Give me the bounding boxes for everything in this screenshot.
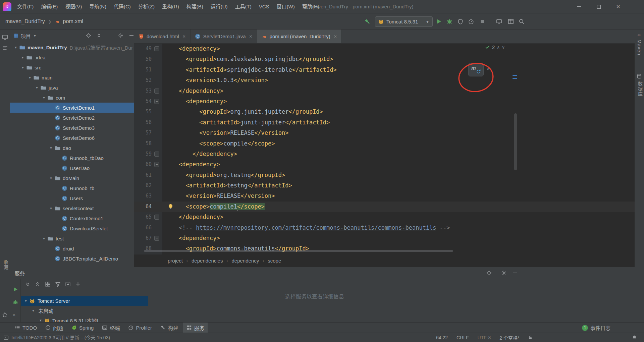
code-line[interactable]: 59− </dependency>: [134, 149, 635, 159]
hide-panel-button[interactable]: [129, 33, 134, 38]
code-line[interactable]: 56 <artifactId>junit-jupiter</artifactId…: [134, 117, 635, 128]
load-maven-changes-button[interactable]: m: [468, 63, 484, 76]
toolwindow-button-profiler[interactable]: Profiler: [125, 323, 155, 333]
line-number[interactable]: 56: [134, 117, 152, 128]
inspections-widget[interactable]: 2 ∧ ∨: [485, 44, 505, 50]
line-number[interactable]: 63: [134, 191, 152, 201]
chevron-down-icon[interactable]: ▾: [27, 75, 33, 80]
vertical-scrollbar[interactable]: [514, 113, 517, 170]
chevron-down-icon[interactable]: ▾: [41, 236, 47, 241]
locate-file-button[interactable]: [86, 33, 91, 38]
filter-icon[interactable]: [55, 281, 61, 287]
services-tree-row[interactable]: ▾Tomcat Server: [21, 296, 148, 306]
code-line[interactable]: 49− <dependency>: [134, 44, 635, 54]
locate-button[interactable]: [486, 270, 492, 276]
line-number[interactable]: 61: [134, 170, 152, 180]
project-tree-row[interactable]: ▾java: [10, 82, 134, 93]
line-number[interactable]: 68: [134, 243, 152, 254]
menubar-item[interactable]: 视图(V): [61, 0, 86, 13]
close-tab-icon[interactable]: ✕: [334, 34, 337, 39]
chevron-up-icon[interactable]: ∧: [497, 45, 500, 50]
editor-area[interactable]: <>download.html✕CServletDemo1.java✕mpom.…: [134, 30, 635, 267]
fold-marker-icon[interactable]: −: [154, 236, 159, 241]
line-number[interactable]: 60: [134, 159, 152, 170]
horizontal-scrollbar[interactable]: [144, 250, 453, 252]
maven-tool-button[interactable]: Maven: [637, 40, 642, 55]
group-by-icon[interactable]: [45, 281, 51, 287]
code-line[interactable]: 65− </dependency>: [134, 212, 635, 222]
collapse-all-icon[interactable]: [35, 281, 41, 287]
fold-marker-icon[interactable]: −: [154, 99, 159, 104]
chevron-down-icon[interactable]: ▾: [34, 86, 40, 90]
code-line[interactable]: 64 <scope>compile1</scope>: [134, 202, 635, 212]
event-log-button[interactable]: 1 事件日志: [582, 323, 610, 333]
more-actions-icon[interactable]: »: [13, 312, 18, 318]
layout-button[interactable]: [507, 18, 514, 25]
services-tree-row[interactable]: ▾Tomcat 8.5.31 [本地]: [21, 316, 148, 322]
line-separator[interactable]: CRLF: [457, 335, 469, 340]
line-number[interactable]: 67: [134, 233, 152, 243]
collapse-all-button[interactable]: [96, 33, 102, 38]
code-line[interactable]: 63 <version>RELEASE</version>: [134, 191, 635, 201]
project-tree-row[interactable]: CContextDemo1: [10, 213, 134, 223]
run-configuration-select[interactable]: Tomcat 8.5.31 ▼: [375, 16, 433, 27]
code-line[interactable]: 53− </dependency>: [134, 86, 635, 96]
fold-marker-icon[interactable]: −: [154, 46, 159, 51]
project-tree-row[interactable]: CUserDao: [10, 163, 134, 173]
chevron-right-icon[interactable]: ▸: [20, 55, 26, 60]
line-number[interactable]: 51: [134, 65, 152, 75]
debug-button[interactable]: [446, 18, 453, 25]
lock-icon[interactable]: [528, 335, 533, 340]
close-tab-icon[interactable]: ✕: [249, 34, 253, 39]
menubar-item[interactable]: 重构(R): [158, 0, 183, 13]
stop-button[interactable]: [479, 18, 486, 25]
status-message[interactable]: IntelliJ IDEA2020.3.3可用 // 更新... (今天 15:…: [11, 333, 110, 342]
project-tree-row[interactable]: CUsers: [10, 193, 134, 203]
code-line[interactable]: 61 <groupId>org.testng</groupId>: [134, 170, 635, 180]
code-editor[interactable]: 49− <dependency>50 <groupId>com.alexkask…: [134, 44, 635, 254]
run-button[interactable]: [435, 18, 442, 25]
menubar-item[interactable]: VCS: [255, 0, 273, 13]
line-number[interactable]: 55: [134, 107, 152, 117]
line-number[interactable]: 59: [134, 149, 152, 159]
run-service-button[interactable]: [13, 287, 18, 292]
line-number[interactable]: 65: [134, 212, 152, 222]
settings-gear-icon[interactable]: [118, 33, 123, 38]
add-service-icon[interactable]: [75, 281, 81, 287]
hide-panel-button[interactable]: [512, 270, 518, 276]
open-in-editor-icon[interactable]: [65, 281, 71, 287]
line-number[interactable]: 66: [134, 223, 152, 233]
terminal-status-icon[interactable]: [3, 335, 9, 340]
code-line[interactable]: 57 <version>RELEASE</version>: [134, 128, 635, 138]
project-tree-row[interactable]: CRunoob_tb: [10, 183, 134, 193]
menubar-item[interactable]: 构建(B): [183, 0, 207, 13]
chevron-down-icon[interactable]: ▾: [23, 299, 29, 303]
menubar-item[interactable]: 代码(C): [110, 0, 135, 13]
coverage-button[interactable]: [457, 18, 464, 25]
code-line[interactable]: 55 <groupId>org.junit.jupiter</groupId>: [134, 107, 635, 117]
project-tree-row[interactable]: ▾doMain: [10, 173, 134, 183]
project-tree-row[interactable]: Cdruid: [10, 243, 134, 253]
menubar-item[interactable]: 编辑(E): [37, 0, 61, 13]
caret-position[interactable]: 64:22: [436, 335, 448, 340]
line-number[interactable]: 54: [134, 96, 152, 107]
project-tree-row[interactable]: ▾servletcontext: [10, 203, 134, 213]
code-line[interactable]: 52 <version>1.0.3</version>: [134, 75, 635, 86]
code-line[interactable]: 68 <groupId>commons-beanutils</groupId>: [134, 243, 635, 254]
breadcrumb-item[interactable]: project: [168, 258, 183, 264]
line-number[interactable]: 52: [134, 75, 152, 86]
toolwindow-button-build[interactable]: 构建: [157, 323, 181, 333]
expand-all-icon[interactable]: [25, 281, 31, 287]
project-tree-row[interactable]: ▸.idea: [10, 52, 134, 62]
project-tree-row[interactable]: ▾maven_DuridTryD:\java后端配置\maven_Dur: [10, 42, 134, 52]
services-panel-title[interactable]: 服务: [15, 270, 25, 277]
editor-tab[interactable]: CServletDemo1.java✕: [191, 30, 257, 43]
editor-tab[interactable]: <>download.html✕: [134, 30, 191, 43]
project-tree-row[interactable]: CServletDemo1: [10, 103, 134, 113]
structure-stripe-icon[interactable]: [2, 45, 8, 51]
breadcrumb-project[interactable]: maven_DuridTry: [5, 18, 45, 24]
build-hammer-button[interactable]: [364, 18, 371, 25]
line-number[interactable]: 62: [134, 180, 152, 191]
project-tree-row[interactable]: CServletDemo2: [10, 113, 134, 123]
code-line[interactable]: 67− <dependency>: [134, 233, 635, 243]
